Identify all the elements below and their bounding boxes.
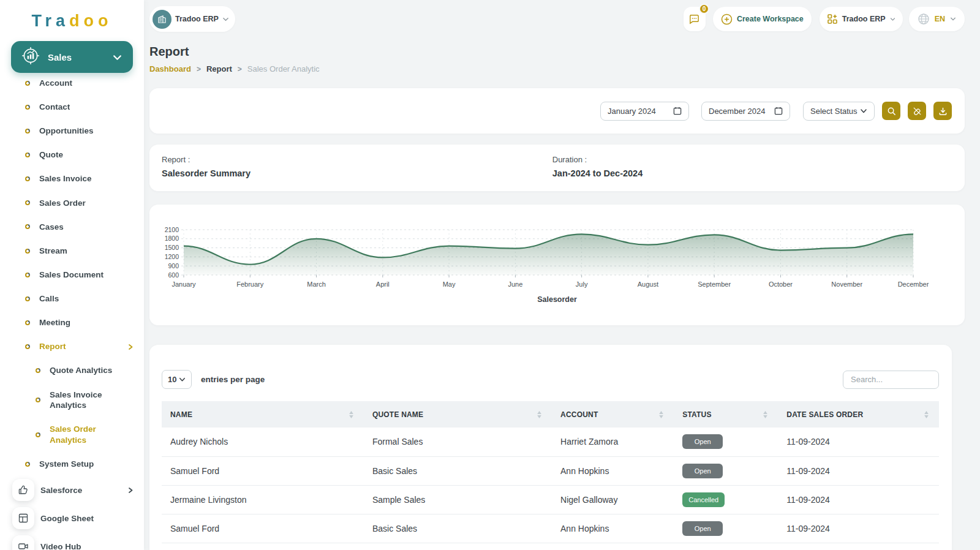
table-icon: [12, 507, 34, 529]
start-date-input[interactable]: January 2024: [600, 102, 689, 121]
end-date-input[interactable]: December 2024: [701, 102, 790, 121]
cell-name: Samuel Ford: [162, 456, 364, 485]
page-title: Report: [149, 45, 965, 59]
cell-quote-name: Formal Sales: [364, 428, 552, 456]
logo: Tradoo: [0, 0, 144, 31]
cell-quote-name: Sample Sales: [364, 485, 552, 514]
status-badge: Open: [682, 464, 723, 478]
sidebar-item-quote[interactable]: Quote: [0, 143, 144, 167]
sidebar-item-label: Report: [39, 341, 126, 352]
grid-icon: [827, 13, 838, 24]
bullet-icon: [36, 368, 40, 373]
bullet-icon: [25, 81, 30, 86]
sidebar-item-system-setup[interactable]: System Setup: [0, 452, 144, 476]
sidebar-item-report[interactable]: Report: [0, 335, 144, 359]
workspace-selector[interactable]: Tradoo ERP: [149, 6, 235, 32]
sidebar-section-sales[interactable]: Sales: [11, 41, 133, 73]
svg-text:January: January: [172, 281, 196, 288]
sidebar-item-sales-order-analytics[interactable]: Sales Order Analytics: [0, 418, 144, 453]
svg-text:March: March: [307, 281, 326, 288]
column-header-account[interactable]: ACCOUNT: [552, 401, 674, 428]
svg-text:2100: 2100: [165, 226, 179, 233]
sidebar-item-google-sheet[interactable]: Google Sheet: [0, 504, 144, 532]
sales-chart-icon: [21, 47, 40, 67]
column-header-date-sales-order[interactable]: DATE SALES ORDER: [778, 401, 939, 428]
table-row[interactable]: Audrey NicholsFormal SalesHarriet Zamora…: [162, 428, 939, 456]
clear-filter-button[interactable]: [908, 102, 926, 120]
sidebar-item-label: Cases: [39, 222, 134, 233]
workspace-label: Tradoo ERP: [175, 15, 219, 23]
sort-icon[interactable]: [537, 411, 541, 418]
sidebar-item-label: System Setup: [39, 459, 134, 470]
duration-value: Jan-2024 to Dec-2024: [552, 168, 643, 178]
breadcrumb-report[interactable]: Report: [206, 64, 232, 73]
breadcrumb-separator: >: [197, 65, 201, 73]
sidebar-item-quote-analytics[interactable]: Quote Analytics: [0, 359, 144, 383]
sidebar-item-contact[interactable]: Contact: [0, 95, 144, 119]
cell-account: Harriet Zamora: [552, 428, 674, 456]
sidebar-section-label: Sales: [48, 52, 112, 62]
sort-icon[interactable]: [924, 411, 929, 418]
sidebar-item-sales-invoice-analytics[interactable]: Sales Invoice Analytics: [0, 383, 144, 418]
sidebar-item-opportunities[interactable]: Opportunities: [0, 119, 144, 143]
sidebar: Tradoo Sales AccountContactOpportunities…: [0, 0, 144, 550]
cell-status: Cancelled: [674, 485, 778, 514]
svg-text:600: 600: [168, 271, 179, 279]
sidebar-item-sales-invoice[interactable]: Sales Invoice: [0, 167, 144, 191]
table-search-input[interactable]: Search...: [843, 371, 939, 389]
sort-icon[interactable]: [659, 411, 663, 418]
sort-icon[interactable]: [349, 411, 353, 418]
sidebar-item-stream[interactable]: Stream: [0, 239, 144, 263]
sidebar-item-salesforce[interactable]: Salesforce: [0, 476, 144, 504]
cell-status: Open: [674, 514, 778, 543]
search-button[interactable]: [882, 102, 900, 120]
sidebar-item-label: Sales Document: [39, 269, 134, 281]
video-icon: [12, 535, 34, 550]
table-row[interactable]: Jermaine LivingstonSample SalesNigel Gal…: [162, 485, 939, 514]
column-header-quote-name[interactable]: QUOTE NAME: [364, 401, 552, 428]
sort-icon[interactable]: [763, 411, 767, 418]
svg-text:April: April: [376, 281, 390, 288]
chevron-down-icon: [112, 52, 123, 62]
bullet-icon: [25, 462, 30, 467]
status-select[interactable]: Select Status: [803, 102, 875, 121]
table-row[interactable]: Samuel FordBasic SalesAnn HopkinsOpen11-…: [162, 514, 939, 543]
bullet-icon: [36, 432, 40, 437]
column-header-name[interactable]: NAME: [162, 401, 364, 428]
sidebar-item-cases[interactable]: Cases: [0, 215, 144, 239]
app-switcher-label: Tradoo ERP: [842, 15, 886, 23]
sidebar-item-account[interactable]: Account: [0, 71, 144, 95]
bullet-icon: [25, 249, 30, 254]
svg-text:September: September: [698, 281, 731, 288]
sidebar-item-sales-document[interactable]: Sales Document: [0, 263, 144, 287]
globe-icon: [918, 13, 930, 25]
chevron-right-icon: [126, 343, 134, 351]
sidebar-item-meeting[interactable]: Meeting: [0, 311, 144, 334]
start-date-value: January 2024: [608, 107, 656, 116]
download-button[interactable]: [933, 102, 952, 120]
sidebar-item-label: Meeting: [39, 317, 134, 328]
table-card: 10 entries per page Search... NAMEQUOTE …: [149, 345, 952, 550]
sidebar-item-label: Salesforce: [40, 486, 126, 495]
sidebar-item-sales-order[interactable]: Sales Order: [0, 191, 144, 215]
entries-per-page-select[interactable]: 10: [162, 370, 192, 389]
sidebar-item-video-hub[interactable]: Video Hub: [0, 532, 144, 550]
app-switcher-button[interactable]: Tradoo ERP: [820, 7, 903, 31]
cell-date: 11-09-2024: [778, 428, 939, 456]
entries-label: entries per page: [201, 375, 265, 384]
sidebar-item-label: Quote: [39, 149, 134, 160]
sidebar-item-calls[interactable]: Calls: [0, 287, 144, 311]
cell-account: Nigel Galloway: [552, 485, 674, 514]
bullet-icon: [25, 176, 30, 181]
breadcrumb-dashboard[interactable]: Dashboard: [149, 64, 191, 73]
create-workspace-button[interactable]: Create Workspace: [713, 7, 812, 31]
sidebar-item-label: Quote Analytics: [50, 365, 112, 376]
chat-button[interactable]: 0: [684, 7, 706, 31]
column-header-status[interactable]: STATUS: [674, 401, 778, 428]
status-badge: Cancelled: [682, 492, 725, 507]
language-selector[interactable]: EN: [909, 7, 965, 31]
report-label: Report :: [162, 155, 552, 164]
table-row[interactable]: Samuel FordBasic SalesAnn HopkinsOpen11-…: [162, 456, 939, 485]
cell-name: Jermaine Livingston: [162, 485, 364, 514]
calendar-icon: [673, 107, 682, 115]
